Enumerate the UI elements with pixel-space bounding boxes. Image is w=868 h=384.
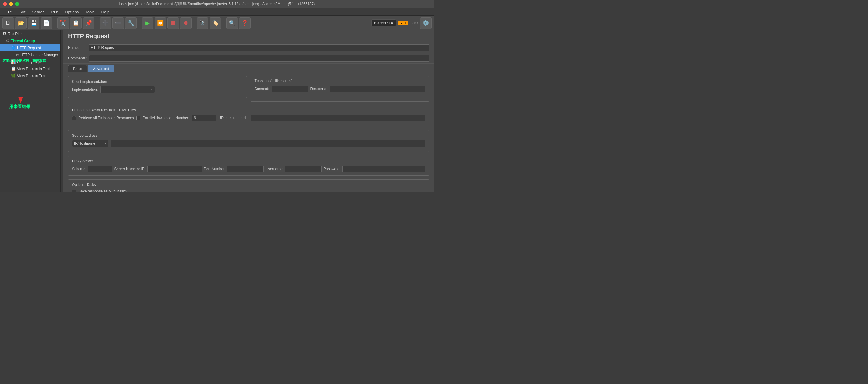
implementation-select-wrapper	[100, 86, 155, 93]
menubar: File Edit Search Run Options Tools Help	[0, 8, 434, 16]
source-address-section: Source address IP/Hostname	[68, 130, 429, 152]
source-type-select-wrapper: IP/Hostname	[72, 140, 108, 147]
name-input[interactable]	[89, 44, 429, 51]
sidebar-item-label: Thread Group	[11, 39, 35, 43]
sidebar-item-view-results-tree[interactable]: 🌿 View Results Tree	[0, 72, 60, 79]
embedded-resources-row: Retrieve All Embedded Resources Parallel…	[72, 115, 425, 121]
timer-display: 00:00:14	[371, 20, 396, 26]
open-button[interactable]: 📂	[15, 17, 27, 29]
traffic-lights	[3, 2, 19, 6]
start-button[interactable]: ▶	[142, 17, 153, 29]
save-button[interactable]: 💾	[28, 17, 39, 29]
server-name-input[interactable]	[147, 166, 202, 172]
save-md5-label: Save response as MD5 hash?	[79, 189, 127, 192]
warning-badge: ▲ 0	[399, 21, 408, 26]
save-md5-checkbox[interactable]	[72, 189, 76, 192]
clear-button[interactable]: 🔧	[125, 17, 137, 29]
connect-input[interactable]	[272, 85, 308, 92]
remove-button[interactable]: ➖	[112, 17, 124, 29]
tree-icon: 🌿	[11, 73, 16, 78]
toolbar-separator-5	[223, 18, 224, 28]
stop-button[interactable]: ⏹	[167, 17, 179, 29]
optional-tasks-title: Optional Tasks	[72, 183, 425, 187]
maximize-button[interactable]	[15, 2, 19, 6]
comments-label: Comments:	[68, 56, 87, 60]
sidebar-item-label: Summary Report	[17, 60, 44, 64]
menu-options[interactable]: Options	[62, 9, 82, 15]
titlebar: bees.jmx (/Users/xuliu/Documents/项目组/Sma…	[0, 0, 434, 8]
sidebar-item-summary-report[interactable]: 📊 Summary Report	[0, 58, 60, 65]
summary-icon: 📊	[11, 60, 16, 64]
source-address-input[interactable]	[111, 140, 425, 147]
parallel-downloads-checkbox[interactable]	[136, 116, 140, 120]
proxy-server-section: Proxy Server Scheme: Server Name or IP: …	[68, 155, 429, 176]
scheme-input[interactable]	[88, 166, 112, 172]
paste-button[interactable]: 📌	[83, 17, 94, 29]
httprequest-icon: 🔷	[11, 45, 16, 50]
sidebar-item-view-results-table[interactable]: 📋 View Results in Table	[0, 65, 60, 72]
sidebar-item-http-header-manager[interactable]: ✂ HTTP Header Manager	[0, 51, 60, 58]
add-button[interactable]: ➕	[100, 17, 111, 29]
new-button[interactable]: 🗋	[2, 17, 14, 29]
minimize-button[interactable]	[9, 2, 13, 6]
source-address-row: IP/Hostname	[72, 140, 425, 147]
comments-input[interactable]	[89, 55, 429, 62]
parallel-label: Parallel downloads. Number:	[143, 116, 189, 120]
table-icon: 📋	[11, 66, 16, 71]
timeouts-row: Connect: Response:	[254, 85, 426, 92]
response-input[interactable]	[330, 85, 425, 92]
sidebar-item-label: HTTP Header Manager	[20, 53, 58, 57]
menu-edit[interactable]: Edit	[16, 9, 28, 15]
progress-display: 0/10	[411, 21, 417, 25]
implementation-select[interactable]	[100, 86, 155, 93]
retrieve-all-checkbox[interactable]	[72, 116, 76, 120]
help-button[interactable]: ❓	[239, 17, 251, 29]
menu-search[interactable]: Search	[29, 9, 48, 15]
username-label: Username:	[266, 167, 283, 171]
tab-bar: Basic Advanced	[63, 64, 434, 72]
sidebar-item-http-request[interactable]: 🔷 HTTP Request	[0, 44, 60, 51]
toolbar-separator-4	[194, 18, 194, 28]
header-icon: ✂	[16, 53, 19, 57]
tab-basic[interactable]: Basic	[68, 65, 87, 72]
client-impl-title: Client implementation	[72, 79, 243, 84]
toolbar-right: 00:00:14 ▲ 0 0/10 ⚙️	[371, 17, 432, 29]
sidebar-item-test-plan[interactable]: 🏗 Test Plan	[0, 30, 60, 37]
cut-button[interactable]: ✂️	[57, 17, 69, 29]
password-input[interactable]	[342, 166, 425, 172]
remote-stop-button[interactable]: 🏷️	[210, 17, 221, 29]
save-as-button[interactable]: 📄	[41, 17, 52, 29]
username-input[interactable]	[285, 166, 322, 172]
menu-tools[interactable]: Tools	[82, 9, 97, 15]
proxy-server-title: Proxy Server	[72, 159, 425, 163]
tab-content-advanced: Client implementation Implementation: Ti…	[63, 72, 434, 192]
sidebar-item-thread-group[interactable]: ⚙ Thread Group	[0, 37, 60, 44]
source-type-select[interactable]: IP/Hostname	[72, 140, 108, 147]
port-input[interactable]	[227, 166, 264, 172]
copy-button[interactable]: 📋	[70, 17, 82, 29]
tab-advanced[interactable]: Advanced	[88, 65, 114, 72]
embedded-resources-title: Embedded Resources from HTML Files	[72, 108, 425, 112]
client-implementation-section: Client implementation Implementation:	[68, 76, 247, 98]
content-panel: HTTP Request Name: Comments: Basic Advan…	[63, 30, 434, 192]
close-button[interactable]	[3, 2, 7, 6]
menu-file[interactable]: File	[2, 9, 15, 15]
parallel-number-input[interactable]	[192, 115, 216, 121]
shutdown-button[interactable]: ⏺	[180, 17, 192, 29]
sidebar: 🏗 Test Plan ⚙ Thread Group 🔷 HTTP Reques…	[0, 30, 61, 192]
window-title: bees.jmx (/Users/xuliu/Documents/项目组/Sma…	[119, 2, 315, 7]
remote-options-button[interactable]: ⚙️	[420, 17, 432, 29]
name-label: Name:	[68, 45, 86, 50]
content-header: HTTP Request	[63, 30, 434, 42]
start-no-pause-button[interactable]: ⏩	[155, 17, 166, 29]
menu-run[interactable]: Run	[48, 9, 62, 15]
source-address-title: Source address	[72, 134, 425, 138]
urls-must-match-input[interactable]	[251, 115, 425, 121]
name-row: Name:	[63, 42, 434, 53]
comments-row: Comments:	[63, 53, 434, 64]
scheme-label: Scheme:	[72, 167, 86, 171]
sidebar-splitter[interactable]	[61, 30, 63, 192]
search-button[interactable]: 🔍	[226, 17, 238, 29]
menu-help[interactable]: Help	[98, 9, 113, 15]
remote-start-button[interactable]: 🔭	[197, 17, 208, 29]
